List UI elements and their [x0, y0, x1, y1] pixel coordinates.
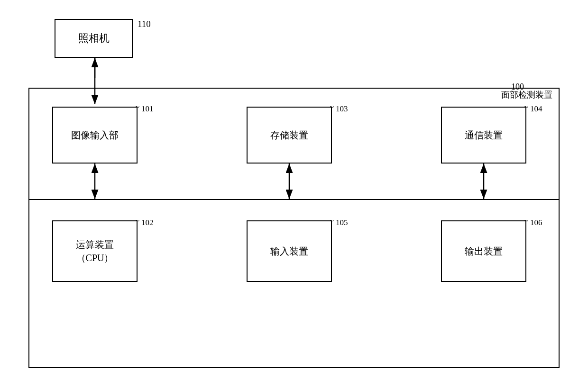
- horizontal-divider: [29, 199, 559, 200]
- camera-label: 照相机: [78, 31, 110, 46]
- main-box-ref: 100: [511, 82, 524, 92]
- tick-106: ~: [524, 216, 528, 226]
- output-box: 输出装置: [441, 220, 526, 282]
- ref-102: 102: [141, 218, 154, 227]
- cpu-box: 运算装置 （CPU）: [52, 220, 138, 282]
- storage-label: 存储装置: [270, 128, 308, 142]
- tick-104: ~: [524, 102, 528, 112]
- output-label: 输出装置: [465, 245, 503, 258]
- image-input-label: 图像输入部: [71, 128, 119, 142]
- tick-101: ~: [135, 102, 139, 112]
- input-label: 输入装置: [270, 245, 308, 258]
- tick-102: ~: [135, 216, 139, 226]
- tick-103: ~: [330, 102, 334, 112]
- camera-box: 照相机: [55, 19, 133, 58]
- tick-105: ~: [330, 216, 334, 226]
- ref-105: 105: [336, 218, 348, 227]
- diagram: 照相机 110 面部检测装置 100 图像输入部 101 ~ 存储装置 103 …: [28, 14, 560, 368]
- comm-box: 通信装置: [441, 107, 526, 164]
- cpu-label: 运算装置 （CPU）: [76, 238, 114, 264]
- main-box-title: 面部检测装置: [501, 89, 552, 100]
- comm-label: 通信装置: [465, 128, 503, 142]
- ref-101: 101: [141, 104, 154, 114]
- storage-box: 存储装置: [247, 107, 332, 164]
- camera-ref: 110: [138, 19, 151, 29]
- image-input-box: 图像输入部: [52, 107, 138, 164]
- ref-106: 106: [530, 218, 542, 227]
- ref-104: 104: [530, 104, 542, 114]
- input-box: 输入装置: [247, 220, 332, 282]
- ref-103: 103: [336, 104, 348, 114]
